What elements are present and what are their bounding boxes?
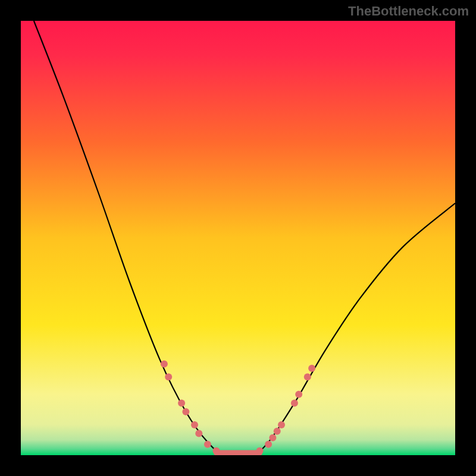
data-marker <box>161 361 168 368</box>
data-marker <box>308 365 315 372</box>
data-marker <box>182 408 189 415</box>
data-marker <box>265 441 272 448</box>
data-marker <box>204 441 211 448</box>
data-marker <box>278 421 285 428</box>
data-marker <box>291 399 298 406</box>
chart-svg <box>21 21 455 455</box>
data-marker <box>191 421 198 428</box>
data-marker <box>274 428 281 435</box>
chart-plot-area <box>21 21 455 455</box>
data-marker <box>256 447 264 455</box>
data-marker <box>195 430 202 437</box>
data-marker <box>269 434 276 441</box>
data-marker <box>304 374 311 381</box>
data-marker <box>295 391 302 398</box>
data-marker <box>165 374 172 381</box>
data-marker <box>178 399 185 406</box>
chart-background <box>21 21 455 455</box>
watermark-text: TheBottleneck.com <box>348 4 469 19</box>
data-marker <box>213 447 220 455</box>
